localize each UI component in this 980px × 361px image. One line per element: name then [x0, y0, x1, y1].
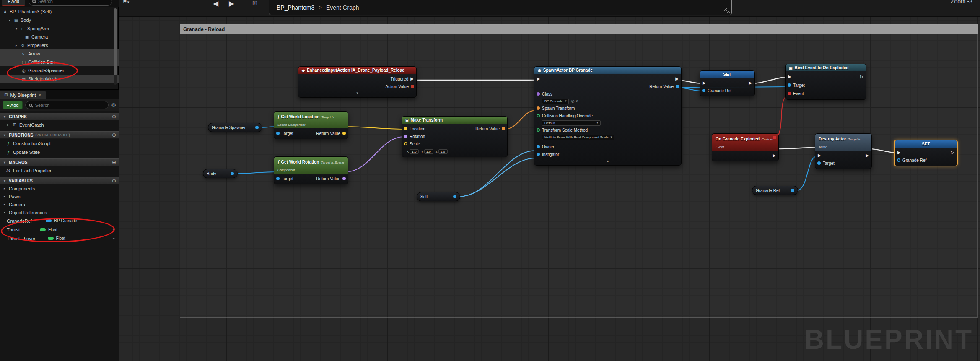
data-pin-action-value[interactable] [411, 85, 414, 88]
instance-editable-icon[interactable]: ~ [113, 236, 115, 241]
component-row-self[interactable]: ♟ BP_Phantom3 (Self) [0, 8, 119, 16]
exec-pin-out[interactable]: ▶ [866, 153, 869, 158]
exec-pin-in[interactable]: ▶ [897, 151, 901, 155]
component-row-propellers[interactable]: ▸ ↻ Propellers [0, 41, 119, 49]
add-macro-icon[interactable]: ⊕ [112, 159, 116, 165]
data-pin-target[interactable] [276, 132, 280, 135]
data-pin-return-value[interactable] [342, 177, 346, 180]
node-var-granade-spawner[interactable]: Granade Spawner [208, 123, 262, 132]
component-row-body[interactable]: ▾ ▦ Body [0, 16, 119, 24]
data-pin-target[interactable] [817, 161, 821, 165]
component-search[interactable] [29, 0, 112, 6]
section-macros[interactable]: ▾ MACROS ⊕ [0, 158, 119, 166]
caret-down-icon[interactable]: ▾ [3, 210, 7, 214]
exec-pin-in[interactable]: ▶ [818, 153, 821, 158]
forward-button[interactable]: ▶ [229, 0, 234, 8]
use-asset-icon[interactable]: ◎ [571, 99, 574, 103]
exec-pin-out[interactable]: ▷ [860, 75, 863, 79]
collision-dropdown[interactable]: Default ▾ [542, 120, 601, 126]
scale-y-input[interactable]: 1.0 [424, 149, 433, 154]
data-pin-target[interactable] [788, 83, 791, 87]
node-set-granade-ref[interactable]: SET ▶ ▶ Granade Ref [700, 70, 755, 96]
component-row-arrow[interactable]: ↖ Arrow [0, 49, 119, 58]
data-pin-rotation[interactable] [404, 135, 407, 138]
add-component-button[interactable]: + Add [2, 0, 25, 6]
class-dropdown[interactable]: BP Granade ▾ [542, 99, 569, 104]
node-get-world-rotation[interactable]: ƒ Get World Rotation Target is Scene Com… [274, 156, 348, 184]
row-constructionscript[interactable]: ƒ ConstructionScript [0, 139, 119, 148]
caret-right-icon[interactable]: ▸ [6, 123, 10, 127]
caret-right-icon[interactable]: ▸ [3, 195, 7, 198]
node-var-self[interactable]: Self [417, 192, 460, 201]
node-var-body[interactable]: Body [203, 169, 238, 178]
category-pawn[interactable]: ▸ Pawn [0, 192, 119, 200]
expand-chevron-icon[interactable]: ▾ [356, 91, 358, 95]
component-row-camera[interactable]: ▣ Camera [0, 33, 119, 41]
instance-editable-icon[interactable]: ~ [113, 227, 115, 232]
exec-pin-in[interactable]: ▶ [537, 77, 540, 81]
component-row-collision-box[interactable]: ▢ Collision Box [0, 58, 119, 66]
scale-x-input[interactable]: 1.0 [410, 149, 419, 154]
data-pin-return-value[interactable] [502, 127, 505, 130]
data-pin-class[interactable] [537, 92, 540, 96]
event-graph-canvas[interactable]: Granade - Reload BLUEPRINT ◆ EnhancedInp… [119, 0, 980, 361]
data-pin-return-value[interactable] [342, 132, 346, 135]
data-pin-granade-ref[interactable] [702, 89, 705, 92]
caret-down-icon[interactable]: ▾ [8, 18, 12, 22]
data-pin-instigator[interactable] [537, 153, 540, 156]
caret-down-icon[interactable]: ▾ [14, 27, 18, 31]
component-row-skeletonmesh[interactable]: ▦ SkeletonMesh [0, 75, 119, 83]
node-set-granade-ref-2[interactable]: SET ▶ ▷ Granade Ref [894, 140, 958, 166]
row-for-each-propeller[interactable]: M For Each Propeller [0, 166, 119, 175]
breadcrumb[interactable]: BP_Phantom3 > Event Graph [269, 0, 732, 15]
collapse-chevron-icon[interactable]: ▴ [607, 159, 609, 163]
component-row-springarm[interactable]: ▾ ∟ SpringArm [0, 24, 119, 33]
add-graph-icon[interactable]: ⊕ [112, 114, 116, 119]
data-pin-collision-override[interactable] [537, 114, 540, 117]
reset-icon[interactable]: ↺ [576, 99, 579, 103]
node-spawn-actor[interactable]: ◉ SpawnActor BP Granade ▶ ▶ Return Value… [534, 66, 682, 166]
exec-pin-out[interactable]: ▷ [951, 151, 954, 155]
close-icon[interactable]: × [39, 92, 41, 98]
category-camera[interactable]: ▸ Camera [0, 200, 119, 208]
exec-pin-triggered[interactable]: ▶ [410, 77, 414, 81]
data-pin-scale-method[interactable] [537, 128, 540, 132]
data-pin-target[interactable] [276, 177, 280, 180]
data-pin-granade-ref[interactable] [897, 158, 900, 162]
scale-z-input[interactable]: 1.0 [438, 149, 448, 154]
tab-my-blueprint[interactable]: ⊞ My Blueprint × [0, 91, 46, 99]
node-enhanced-input-action[interactable]: ◆ EnhancedInputAction IA_Drone_Payload_R… [298, 66, 417, 98]
data-pin-self[interactable] [453, 195, 456, 198]
component-search-input[interactable] [38, 0, 109, 4]
exec-pin-out[interactable]: ▶ [773, 153, 776, 158]
section-graphs[interactable]: ▾ GRAPHS ⊕ [0, 113, 119, 120]
node-bind-event[interactable]: ▣ Bind Event to On Exploded ▶ ▷ Target E… [785, 64, 866, 100]
category-components[interactable]: ▸ Components [0, 184, 119, 192]
add-function-icon[interactable]: ⊕ [112, 132, 116, 138]
exec-pin-out[interactable]: ▶ [749, 81, 752, 85]
delegate-pin-event[interactable] [788, 92, 791, 95]
caret-down-icon[interactable]: ▾ [3, 115, 7, 119]
node-destroy-actor[interactable]: Destroy Actor Target is Actor ▶ ▶ Target [815, 133, 872, 169]
caret-down-icon[interactable]: ▾ [3, 133, 7, 137]
node-get-world-location[interactable]: ƒ Get World Location Target is Scene Com… [274, 111, 348, 139]
data-pin-owner[interactable] [537, 145, 540, 148]
section-variables[interactable]: ▾ VARIABLES ⊕ [0, 177, 119, 184]
component-row-granadespawner[interactable]: ◎ GranadeSpawner [0, 66, 119, 75]
exec-pin-in[interactable]: ▶ [703, 81, 706, 85]
exec-pin-in[interactable]: ▶ [788, 75, 791, 79]
delegate-pin-output[interactable] [773, 136, 776, 139]
blueprint-search-input[interactable] [35, 103, 105, 108]
gear-icon[interactable]: ⚙ [111, 102, 116, 108]
data-pin-scale[interactable] [404, 142, 407, 145]
category-object-references[interactable]: ▾ Object References [0, 208, 119, 216]
caret-right-icon[interactable]: ▸ [14, 44, 18, 47]
node-make-transform[interactable]: ⊞ Make Transform Location Return Value R… [402, 116, 508, 157]
variable-row-thrust[interactable]: Thrust Float ~ [0, 225, 119, 234]
back-button[interactable]: ◀ [213, 0, 218, 8]
row-update-state[interactable]: ƒ Update State [0, 148, 119, 156]
breadcrumb-root[interactable]: BP_Phantom3 [277, 4, 314, 11]
data-pin-body[interactable] [231, 172, 234, 175]
caret-down-icon[interactable]: ▾ [3, 179, 7, 183]
components-scrollbar[interactable] [114, 8, 117, 85]
